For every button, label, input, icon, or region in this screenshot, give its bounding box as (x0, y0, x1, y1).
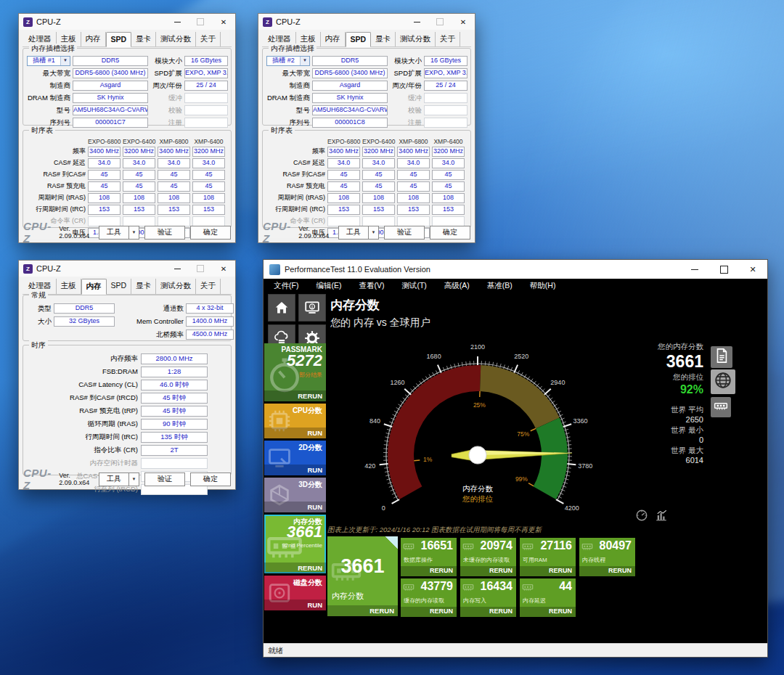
tab-SPD[interactable]: SPD (107, 279, 132, 294)
tab-显卡[interactable]: 显卡 (131, 279, 156, 294)
tile-action-button[interactable]: RERUN (264, 390, 326, 401)
validate-button[interactable]: 验证 (144, 226, 185, 240)
ok-button[interactable]: 确定 (430, 226, 470, 240)
ok-button[interactable]: 确定 (190, 472, 231, 486)
subtest-tile[interactable]: 80497内存线程RERUN (579, 538, 635, 576)
tile-action-button[interactable]: RERUN (460, 607, 516, 617)
sidebar-tile-cpu[interactable]: CPU分数RUN (264, 404, 326, 438)
minimize-icon (691, 269, 698, 270)
cpuz3-timing-group-title: 时序 (29, 340, 48, 351)
export-report-button[interactable] (711, 346, 732, 368)
tab-内存[interactable]: 内存 (81, 279, 107, 295)
sidebar-tile-stopwatch[interactable]: PASSMARK5272部分结果RERUN (264, 343, 326, 401)
menu-item-6[interactable]: 帮助(H) (521, 281, 565, 291)
timing-cell: 45 (88, 181, 121, 192)
timing-cell: 108 (192, 193, 225, 203)
general-value: 1400.0 MHz (186, 316, 234, 327)
slot-selector-value: 插槽 #2 (267, 57, 300, 65)
cpuz-app-icon: Z (263, 17, 272, 27)
close-button[interactable]: ✕ (212, 14, 235, 30)
minimize-button[interactable] (166, 14, 189, 30)
tab-SPD[interactable]: SPD (346, 32, 372, 47)
hardware-info-button[interactable] (711, 397, 731, 417)
timing-cell: 45 (362, 181, 395, 192)
tab-SPD[interactable]: SPD (106, 32, 132, 47)
sidebar-tile-ram[interactable]: 内存分数366192nd PercentileRERUN (264, 515, 326, 573)
minimize-button[interactable] (680, 260, 709, 279)
menu-item-1[interactable]: 编辑(E) (307, 281, 350, 291)
menu-item-0[interactable]: 文件(F) (265, 281, 307, 291)
subtest-tile[interactable]: 16434内存写入RERUN (460, 578, 516, 617)
tools-button[interactable]: 工具▼ (338, 226, 379, 240)
tab-显卡[interactable]: 显卡 (371, 32, 396, 46)
subtest-tile[interactable]: 27116可用RAMRERUN (520, 538, 576, 576)
tile-action-button[interactable]: RERUN (401, 607, 457, 617)
subtest-tile[interactable]: 16651数据库操作RERUN (401, 538, 457, 576)
cpuz-logo: CPU-Z (23, 467, 55, 491)
tile-action-button[interactable]: RERUN (327, 605, 398, 616)
timing-cell: 108 (362, 193, 395, 203)
tab-主板[interactable]: 主板 (57, 279, 81, 294)
menu-item-2[interactable]: 查看(V) (350, 281, 393, 291)
home-button[interactable] (268, 294, 295, 322)
tile-action-button[interactable]: RUN (264, 465, 326, 475)
tab-测试分数[interactable]: 测试分数 (156, 279, 196, 294)
sidebar-tile-monitor-2d[interactable]: 2D分数RUN (264, 441, 326, 475)
system-info-button[interactable] (298, 294, 326, 322)
tile-action-button[interactable]: RUN (264, 502, 326, 512)
tile-action-button[interactable]: RUN (264, 428, 326, 438)
sidebar-tile-cube-3d[interactable]: 3D分数RUN (264, 478, 326, 512)
world-results-button[interactable] (711, 369, 735, 394)
validate-button[interactable]: 验证 (384, 226, 425, 240)
tab-内存[interactable]: 内存 (321, 32, 346, 46)
ok-button[interactable]: 确定 (190, 226, 231, 240)
rank-label: 您的排位 (539, 372, 703, 382)
validate-button[interactable]: 验证 (144, 472, 185, 486)
subtest-tile[interactable]: 43779缓存的内存读取RERUN (401, 578, 457, 617)
tools-button[interactable]: 工具▼ (99, 226, 139, 240)
sidebar-tile-disk[interactable]: 磁盘分数RUN (264, 576, 326, 610)
timing-value: 2800.0 MHz (141, 353, 208, 364)
tab-关于[interactable]: 关于 (436, 32, 460, 46)
tile-action-button[interactable]: RERUN (460, 566, 516, 576)
menu-item-5[interactable]: 基准(B) (478, 281, 521, 291)
tile-action-button[interactable]: RERUN (401, 566, 457, 576)
tab-关于[interactable]: 关于 (196, 32, 221, 46)
tile-name: 2D分数 (298, 443, 322, 453)
menu-item-4[interactable]: 高级(A) (436, 281, 478, 291)
cpuz1-slot-group-title: 内存插槽选择 (29, 44, 77, 54)
tab-内存[interactable]: 内存 (81, 32, 106, 46)
tile-action-button[interactable]: RERUN (520, 566, 576, 576)
timing-label: 循环周期 (tRAS) (29, 419, 138, 430)
chart-button[interactable] (655, 509, 668, 522)
tile-action-button[interactable]: RERUN (579, 566, 635, 576)
tab-测试分数[interactable]: 测试分数 (156, 32, 196, 46)
tools-button[interactable]: 工具▼ (99, 472, 139, 486)
cpuz2-window-controls: ✕ (405, 14, 475, 30)
subtest-tile[interactable]: 44内存延迟RERUN (520, 578, 576, 617)
timing-cell: 34.0 (397, 158, 430, 168)
close-button[interactable]: ✕ (738, 260, 767, 279)
tile-action-button[interactable]: RUN (264, 600, 326, 610)
tab-关于[interactable]: 关于 (196, 279, 221, 294)
menu-item-3[interactable]: 测试(T) (393, 281, 435, 291)
cpuz1-slot-selector[interactable]: 插槽 #1▼ (27, 56, 70, 66)
maximize-button[interactable] (709, 260, 738, 279)
tile-action-label: RERUN (430, 608, 453, 615)
tile-action-button[interactable]: RERUN (264, 562, 326, 573)
minimize-button[interactable] (405, 14, 428, 30)
meter-button[interactable] (635, 509, 648, 522)
tile-action-button[interactable]: RERUN (520, 607, 576, 617)
tab-显卡[interactable]: 显卡 (131, 32, 156, 46)
cpuz2-slot-selector[interactable]: 插槽 #2▼ (266, 56, 310, 66)
close-button[interactable]: ✕ (452, 14, 475, 30)
timing-cell: 153 (192, 205, 225, 215)
timing-cell: 45 (327, 170, 360, 180)
subtest-label: 内存延迟 (523, 597, 546, 605)
close-button[interactable]: ✕ (212, 261, 235, 277)
status-text: 就绪 (268, 646, 283, 655)
main-score-tile[interactable]: 3661内存分数RERUN (327, 536, 398, 616)
subtest-tile[interactable]: 20974未缓存的内存读取RERUN (460, 538, 516, 576)
tab-测试分数[interactable]: 测试分数 (396, 32, 436, 46)
minimize-button[interactable] (166, 261, 189, 277)
